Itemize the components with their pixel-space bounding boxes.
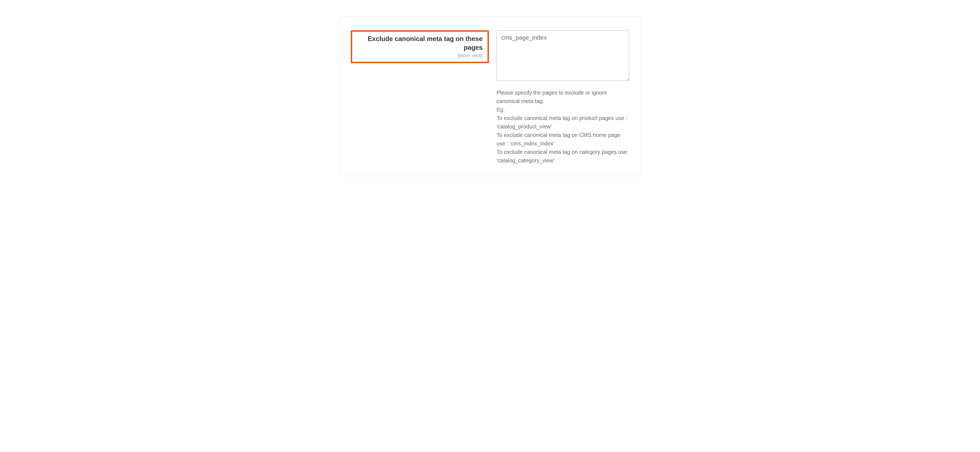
- field-help-text: Please specify the pages to exclude or i…: [496, 89, 629, 165]
- field-scope-text: [store view]: [357, 53, 483, 59]
- config-panel: Exclude canonical meta tag on these page…: [340, 16, 640, 176]
- field-control: Please specify the pages to exclude or i…: [496, 30, 629, 165]
- field-row: Exclude canonical meta tag on these page…: [351, 30, 629, 165]
- exclude-canonical-pages-textarea[interactable]: [496, 30, 629, 81]
- field-label-text: Exclude canonical meta tag on these page…: [357, 35, 483, 52]
- field-label-highlighted: Exclude canonical meta tag on these page…: [351, 30, 489, 63]
